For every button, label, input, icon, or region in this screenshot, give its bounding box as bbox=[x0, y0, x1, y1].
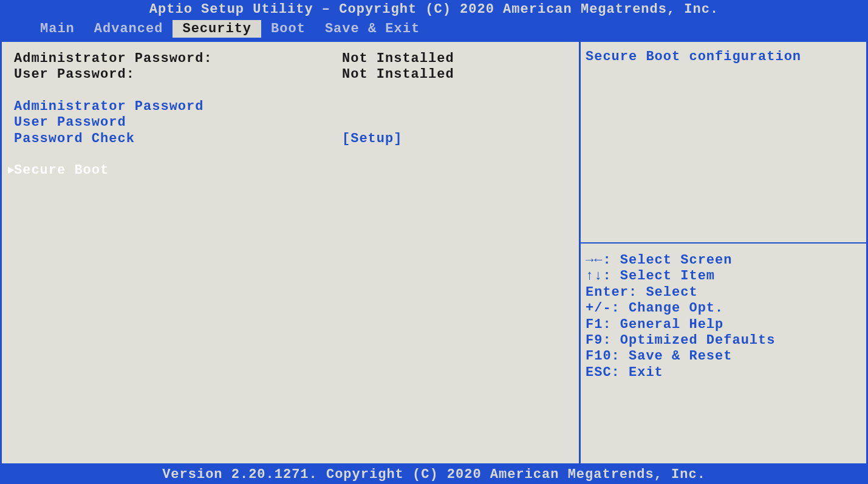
key-help-section: →←: Select Screen ↑↓: Select Item Enter:… bbox=[581, 244, 866, 390]
spacer bbox=[14, 83, 567, 99]
user-password-label: User Password: bbox=[14, 67, 342, 83]
password-check-item[interactable]: Password Check [Setup] bbox=[14, 131, 567, 147]
key-optimized-defaults: F9: Optimized Defaults bbox=[586, 333, 861, 349]
secure-boot-label: Secure Boot bbox=[14, 163, 109, 179]
secure-boot-item[interactable]: ▶ Secure Boot bbox=[14, 163, 567, 179]
key-save-reset: F10: Save & Reset bbox=[586, 349, 861, 364]
main-area: Administrator Password: Not Installed Us… bbox=[0, 40, 868, 465]
key-select-screen: →←: Select Screen bbox=[586, 253, 861, 268]
password-check-value: [Setup] bbox=[342, 131, 402, 147]
tab-save-exit[interactable]: Save & Exit bbox=[315, 20, 429, 38]
selection-arrow-icon: ▶ bbox=[8, 164, 15, 177]
bios-container: Aptio Setup Utility – Copyright (C) 2020… bbox=[0, 0, 868, 484]
user-password-item[interactable]: User Password bbox=[14, 115, 567, 131]
header-title: Aptio Setup Utility – Copyright (C) 2020… bbox=[0, 0, 868, 19]
tab-advanced[interactable]: Advanced bbox=[84, 20, 173, 38]
admin-password-value: Not Installed bbox=[342, 51, 454, 67]
left-panel: Administrator Password: Not Installed Us… bbox=[2, 42, 581, 463]
key-select-item: ↑↓: Select Item bbox=[586, 268, 861, 284]
password-check-label: Password Check bbox=[14, 131, 342, 147]
tab-boot[interactable]: Boot bbox=[261, 20, 315, 38]
key-change-opt: +/-: Change Opt. bbox=[586, 301, 861, 316]
key-select: Enter: Select bbox=[586, 285, 861, 301]
administrator-password-item[interactable]: Administrator Password bbox=[14, 99, 567, 115]
user-password-value: Not Installed bbox=[342, 67, 454, 83]
tab-main[interactable]: Main bbox=[30, 20, 84, 38]
help-description: Secure Boot configuration bbox=[581, 42, 866, 242]
tabs-bar: Main Advanced Security Boot Save & Exit bbox=[0, 19, 868, 40]
key-exit: ESC: Exit bbox=[586, 365, 861, 381]
admin-password-status: Administrator Password: Not Installed bbox=[14, 51, 567, 67]
spacer bbox=[14, 147, 567, 163]
key-general-help: F1: General Help bbox=[586, 317, 861, 333]
user-password-status: User Password: Not Installed bbox=[14, 67, 567, 83]
tab-security[interactable]: Security bbox=[173, 20, 261, 38]
footer-text: Version 2.20.1271. Copyright (C) 2020 Am… bbox=[0, 465, 868, 484]
right-panel: Secure Boot configuration →←: Select Scr… bbox=[581, 42, 866, 463]
admin-password-label: Administrator Password: bbox=[14, 51, 342, 67]
